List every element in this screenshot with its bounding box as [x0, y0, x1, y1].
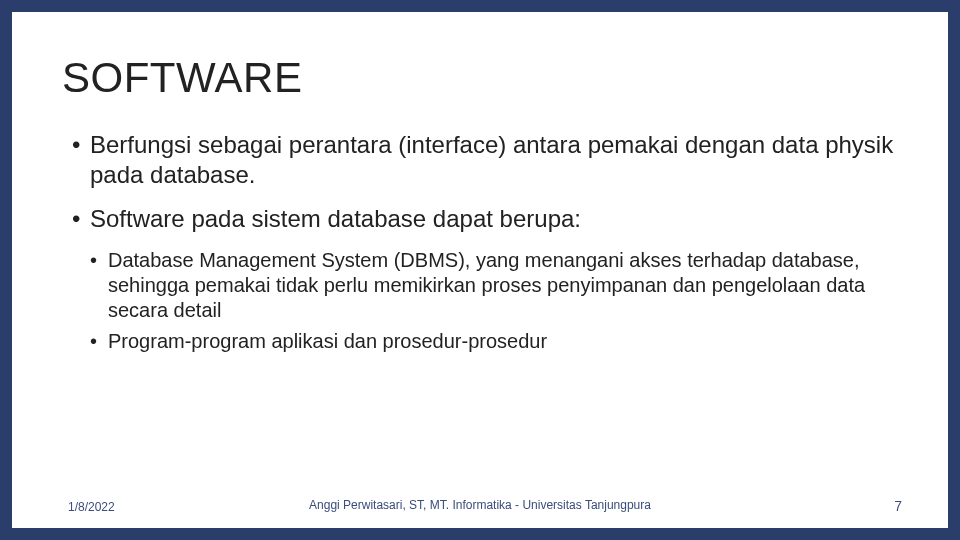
footer-date: 1/8/2022 — [68, 500, 115, 514]
bullet-icon: • — [72, 204, 90, 234]
sub-bullet-item-1: •Database Management System (DBMS), yang… — [62, 248, 898, 323]
bullet-icon: • — [72, 130, 90, 160]
slide-footer: 1/8/2022 Anggi Perwitasari, ST, MT. Info… — [12, 498, 948, 514]
bullet-text: Berfungsi sebagai perantara (interface) … — [90, 131, 893, 188]
bullet-item-2: •Software pada sistem database dapat ber… — [62, 204, 898, 234]
footer-page-number: 7 — [894, 498, 902, 514]
bullet-text: Database Management System (DBMS), yang … — [108, 249, 865, 321]
bullet-item-1: •Berfungsi sebagai perantara (interface)… — [62, 130, 898, 190]
sub-bullet-item-2: •Program-program aplikasi dan prosedur-p… — [62, 329, 898, 354]
slide-body: •Berfungsi sebagai perantara (interface)… — [62, 130, 898, 354]
footer-author: Anggi Perwitasari, ST, MT. Informatika -… — [12, 498, 948, 512]
bullet-icon: • — [90, 329, 108, 354]
bullet-text: Software pada sistem database dapat beru… — [90, 205, 581, 232]
slide-title: SOFTWARE — [62, 54, 898, 102]
bullet-text: Program-program aplikasi dan prosedur-pr… — [108, 330, 547, 352]
slide: SOFTWARE •Berfungsi sebagai perantara (i… — [0, 0, 960, 540]
bullet-icon: • — [90, 248, 108, 273]
